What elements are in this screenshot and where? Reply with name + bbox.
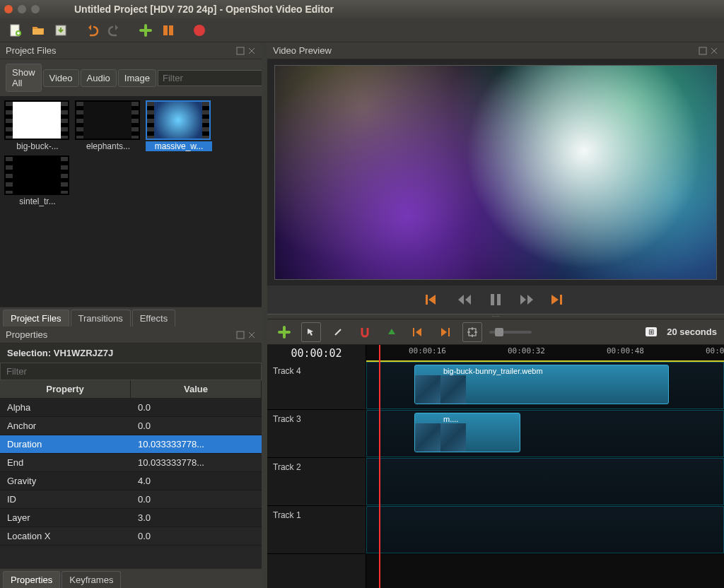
open-project-button[interactable] (28, 20, 48, 40)
tab-transitions[interactable]: Transitions (71, 310, 131, 327)
properties-panel: Selection: VH1WZRJZ7J Property Value Alp… (0, 343, 262, 588)
project-files-thumbnails: big-buck-...elephants...massive_w...sint… (0, 96, 262, 307)
property-row[interactable]: Gravity4.0 (0, 472, 262, 490)
rewind-button[interactable] (455, 290, 474, 310)
project-files-title: Project Files (6, 45, 57, 56)
filter-image-tab[interactable]: Image (118, 69, 156, 87)
main-toolbar (0, 18, 724, 42)
video-preview-panel (267, 59, 724, 314)
undock-icon[interactable] (699, 47, 707, 55)
video-preview-title: Video Preview (273, 45, 332, 56)
next-marker-button[interactable] (436, 322, 455, 342)
play-pause-button[interactable] (486, 290, 506, 310)
property-row[interactable]: Layer3.0 (0, 509, 262, 527)
jump-end-button[interactable] (548, 290, 568, 310)
filter-video-tab[interactable]: Video (43, 69, 79, 87)
tab-effects[interactable]: Effects (132, 310, 176, 327)
svg-rect-10 (491, 294, 494, 305)
property-row[interactable]: Alpha0.0 (0, 399, 262, 417)
filter-show-all-tab[interactable]: Show All (6, 64, 42, 92)
property-row[interactable]: ID0.0 (0, 490, 262, 509)
import-files-button[interactable] (136, 20, 156, 40)
ruler-tick: 00:00:16 (409, 346, 446, 355)
undock-icon[interactable] (236, 331, 245, 339)
svg-rect-11 (497, 294, 501, 305)
timeline-clip[interactable]: m.... (414, 413, 520, 452)
redo-button[interactable] (105, 20, 124, 40)
timeline-tracks[interactable]: 00:00:1600:00:3200:00:4800:01:0400:01:20… (366, 345, 724, 588)
close-panel-icon[interactable] (247, 47, 256, 55)
property-row[interactable]: Location X0.0 (0, 527, 262, 546)
snap-toggle-button[interactable] (355, 322, 375, 342)
zoom-label-icon: ⊞ (646, 327, 657, 336)
track-label[interactable]: Track 1 (267, 506, 366, 554)
add-marker-button[interactable] (382, 322, 402, 342)
track-label[interactable]: Track 3 (267, 410, 366, 458)
undo-button[interactable] (82, 20, 102, 40)
track-label[interactable]: Track 2 (267, 458, 366, 506)
timeline-track[interactable] (366, 458, 724, 506)
svg-rect-8 (699, 47, 706, 54)
razor-tool-button[interactable] (328, 322, 348, 342)
column-property[interactable]: Property (0, 380, 131, 398)
video-preview-header: Video Preview (267, 42, 724, 59)
filter-audio-tab[interactable]: Audio (81, 69, 117, 87)
tab-keyframes[interactable]: Keyframes (62, 571, 121, 588)
property-row[interactable]: End10.033333778... (0, 454, 262, 472)
close-panel-icon[interactable] (247, 331, 256, 339)
vertical-splitter[interactable] (262, 42, 267, 588)
project-file-item[interactable]: massive_w... (146, 100, 212, 151)
zoom-slider[interactable] (489, 331, 532, 334)
prev-marker-button[interactable] (409, 322, 428, 342)
project-file-item[interactable]: elephants... (75, 100, 141, 151)
fast-forward-button[interactable] (517, 290, 537, 310)
undock-icon[interactable] (236, 47, 245, 55)
zoom-label: 20 seconds (667, 327, 717, 337)
window-title: Untitled Project [HDV 720 24p] - OpenSho… (74, 4, 334, 15)
center-playhead-button[interactable] (462, 322, 482, 342)
video-preview-canvas[interactable] (274, 65, 717, 280)
property-row[interactable]: Anchor0.0 (0, 417, 262, 435)
property-row[interactable]: Duration10.033333778... (0, 435, 262, 454)
timeline-track[interactable]: big-buck-bunny_trailer.webm (366, 362, 724, 410)
ruler-tick: 00:01:04 (706, 346, 724, 355)
timeline-track[interactable] (366, 506, 724, 554)
timeline-track[interactable]: m.... (366, 410, 724, 458)
tab-project-files[interactable]: Project Files (3, 310, 69, 327)
transport-controls (267, 286, 724, 314)
project-lower-tabs: Project Files Transitions Effects (0, 307, 262, 327)
project-file-item[interactable]: sintel_tr... (4, 155, 71, 206)
choose-profile-button[interactable] (158, 20, 178, 40)
add-track-button[interactable] (274, 322, 294, 342)
jump-start-button[interactable] (424, 290, 443, 310)
playhead-time: 00:00:02 (267, 345, 366, 362)
ruler-tick: 00:00:48 (607, 346, 644, 355)
column-value[interactable]: Value (131, 380, 262, 398)
timeline-panel: ⊞ 20 seconds 00:00:02 Track 4Track 3Trac… (267, 319, 724, 588)
properties-header: Properties (0, 327, 262, 343)
timeline-clip[interactable]: big-buck-bunny_trailer.webm (414, 365, 669, 404)
window-titlebar: Untitled Project [HDV 720 24p] - OpenSho… (0, 0, 724, 18)
track-label[interactable]: Track 4 (267, 362, 366, 410)
properties-filter-input[interactable] (0, 363, 262, 380)
timeline-ruler[interactable]: 00:00:1600:00:3200:00:4800:01:0400:01:20… (366, 345, 724, 362)
selection-label: Selection: VH1WZRJZ7J (0, 343, 262, 363)
window-minimize-button[interactable] (18, 5, 26, 13)
export-video-button[interactable] (189, 20, 209, 40)
project-files-panel: Show All Video Audio Image big-buck-...e… (0, 59, 262, 307)
tab-properties[interactable]: Properties (3, 571, 60, 588)
project-file-item[interactable]: big-buck-... (4, 100, 71, 151)
horizontal-splitter[interactable]: ······ (267, 314, 724, 319)
close-panel-icon[interactable] (710, 47, 718, 55)
save-project-button[interactable] (51, 20, 71, 40)
new-project-button[interactable] (6, 20, 25, 40)
svg-rect-9 (426, 295, 428, 305)
svg-rect-14 (448, 328, 450, 336)
window-close-button[interactable] (4, 5, 13, 13)
window-maximize-button[interactable] (31, 5, 40, 13)
ruler-tick: 00:00:32 (508, 346, 545, 355)
properties-title: Properties (6, 329, 47, 340)
svg-point-5 (194, 25, 205, 36)
pointer-tool-button[interactable] (301, 322, 321, 342)
playhead[interactable] (379, 345, 380, 588)
